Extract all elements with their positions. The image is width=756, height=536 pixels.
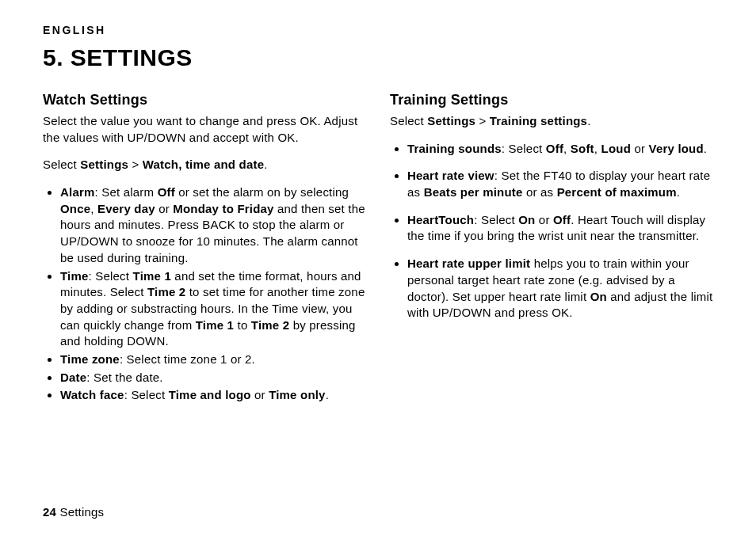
text: or [631, 142, 648, 155]
alarm-off: Off [158, 185, 175, 199]
hrview-pct: Percent of maximum [557, 185, 677, 199]
text: . [587, 114, 590, 127]
text: : Select [124, 388, 169, 401]
text: . [326, 388, 329, 401]
header-language: ENGLISH [43, 24, 713, 36]
text: , [563, 142, 571, 155]
hearttouch-off: Off [553, 213, 571, 226]
list-item: Date: Set the date. [60, 370, 366, 386]
sounds-loud: Loud [601, 142, 631, 155]
list-item: Alarm: Set alarm Off or set the alarm on… [60, 184, 366, 266]
text: : Select [89, 269, 133, 283]
watchface-opt2: Time only [269, 388, 326, 401]
alarm-label: Alarm [60, 185, 95, 199]
list-item: Heart rate upper limit helps you to trai… [407, 256, 713, 321]
path-training-settings: Training settings [490, 114, 587, 127]
sounds-veryloud: Very loud [649, 142, 704, 155]
watchface-label: Watch face [60, 388, 124, 401]
footer-section: Settings [56, 505, 104, 519]
text: , [594, 142, 601, 155]
text: : Select [502, 142, 546, 155]
hearttouch-label: HeartTouch [407, 213, 474, 226]
training-settings-heading: Training Settings [390, 92, 713, 108]
text: . [677, 185, 680, 199]
watchface-opt1: Time and logo [169, 388, 251, 401]
page-title: 5. SETTINGS [43, 44, 713, 71]
text: , [90, 202, 97, 215]
list-item: Time zone: Select time zone 1 or 2. [60, 352, 366, 368]
text: > [475, 114, 490, 127]
list-item: HeartTouch: Select On or Off. Heart Touc… [407, 212, 713, 245]
list-item: Heart rate view: Set the FT40 to display… [407, 168, 713, 200]
sounds-soft: Soft [571, 142, 594, 155]
text: or [251, 388, 269, 401]
training-settings-list: Training sounds: Select Off, Soft, Loud … [390, 141, 713, 321]
list-item: Time: Select Time 1 and set the time for… [60, 268, 366, 350]
text: or [155, 202, 173, 215]
time2: Time 2 [251, 318, 289, 332]
time1: Time 1 [196, 318, 234, 332]
text: > [128, 158, 143, 171]
time2: Time 2 [147, 285, 185, 298]
watch-settings-heading: Watch Settings [43, 92, 366, 108]
time-label: Time [60, 269, 89, 283]
alarm-once: Once [60, 202, 90, 215]
sounds-label: Training sounds [407, 142, 502, 155]
text: : Set alarm [95, 185, 158, 199]
hrview-label: Heart rate view [407, 169, 494, 182]
text: to [234, 318, 251, 332]
content-columns: Watch Settings Select the value you want… [43, 89, 713, 505]
text: Select [390, 114, 427, 127]
path-watch-time-date: Watch, time and date [143, 158, 264, 171]
date-label: Date [60, 371, 86, 384]
training-select-path: Select Settings > Training settings. [390, 113, 713, 130]
alarm-monfri: Monday to Friday [173, 202, 273, 215]
sounds-off: Off [546, 142, 563, 155]
alarm-everyday: Every day [97, 202, 155, 215]
hrview-bpm: Beats per minute [424, 185, 523, 199]
path-settings: Settings [427, 114, 475, 127]
hrlimit-label: Heart rate upper limit [407, 257, 530, 270]
page-footer: 24 Settings [43, 505, 713, 519]
watch-select-path: Select Settings > Watch, time and date. [43, 157, 366, 173]
hrlimit-on: On [590, 290, 607, 303]
text: : Select [474, 213, 518, 226]
text: or as [523, 185, 557, 199]
list-item: Training sounds: Select Off, Soft, Loud … [407, 141, 713, 158]
page-number: 24 [43, 505, 56, 519]
watch-settings-list: Alarm: Set alarm Off or set the alarm on… [43, 184, 366, 404]
time1: Time 1 [133, 269, 171, 283]
path-settings: Settings [80, 158, 128, 171]
page: ENGLISH 5. SETTINGS Watch Settings Selec… [0, 0, 756, 536]
text: . [704, 142, 707, 155]
hearttouch-on: On [518, 213, 535, 226]
list-item: Watch face: Select Time and logo or Time… [60, 387, 366, 404]
column-right: Training Settings Select Settings > Trai… [390, 89, 713, 505]
timezone-label: Time zone [60, 352, 120, 366]
text: : Select time zone 1 or 2. [120, 352, 255, 366]
text: Select [43, 158, 80, 171]
text: : Set the date. [86, 371, 162, 384]
watch-intro-text: Select the value you want to change and … [43, 113, 366, 146]
text: or set the alarm on by selecting [175, 185, 349, 199]
text: or [535, 213, 552, 226]
text: . [264, 158, 267, 171]
column-left: Watch Settings Select the value you want… [43, 89, 366, 505]
